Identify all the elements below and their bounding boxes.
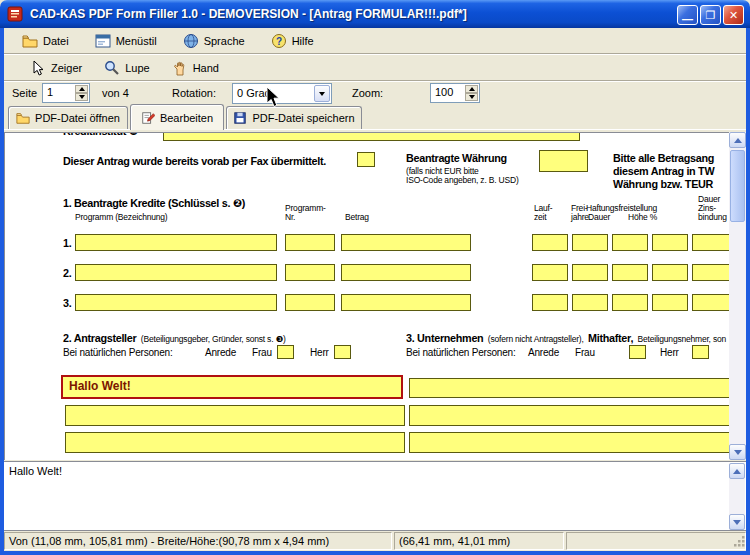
form-field[interactable] xyxy=(341,264,471,281)
status-cursor: (66,41 mm, 41,01 mm) xyxy=(394,532,564,550)
menu-hilfe[interactable]: ? Hilfe xyxy=(265,31,320,51)
menu-datei[interactable]: Datei xyxy=(16,31,75,51)
zoom-label: Zoom: xyxy=(352,87,383,99)
edit-icon xyxy=(141,111,155,125)
menu-bar: Datei Menüstil Sprache ? Hilfe xyxy=(4,28,746,53)
amount-note: Währung bzw. TEUR xyxy=(613,178,713,190)
hand-icon xyxy=(172,60,188,76)
anrede-label: Anrede xyxy=(528,347,559,358)
scroll-down-icon[interactable] xyxy=(729,514,745,530)
frau-checkbox[interactable] xyxy=(277,345,294,359)
tab-pdf-speichern[interactable]: PDF-Datei speichern xyxy=(226,106,362,129)
form-field[interactable] xyxy=(692,234,729,251)
form-field[interactable] xyxy=(409,378,729,398)
chevron-down-icon[interactable] xyxy=(314,85,330,102)
herr-checkbox[interactable] xyxy=(334,345,351,359)
form-field[interactable] xyxy=(532,234,568,251)
form-field[interactable] xyxy=(409,432,729,453)
document-scrollbar[interactable] xyxy=(729,132,746,460)
frau-label: Frau xyxy=(252,347,272,358)
spin-down-icon[interactable] xyxy=(465,93,478,101)
herr-checkbox[interactable] xyxy=(692,345,709,359)
form-field[interactable] xyxy=(612,294,648,311)
zoom-spinner[interactable] xyxy=(465,85,478,101)
globe-icon xyxy=(183,33,199,49)
spin-up-icon[interactable] xyxy=(75,85,88,93)
form-field[interactable] xyxy=(572,294,608,311)
row-number: 3. xyxy=(63,297,71,309)
document-page: Kreditinstitut ❷ Dieser Antrag wurde ber… xyxy=(4,132,729,460)
status-bar: Von (11,08 mm, 105,81 mm) - Breite/Höhe:… xyxy=(4,532,746,551)
form-field[interactable] xyxy=(285,234,335,251)
zoom-input[interactable]: 100 xyxy=(430,83,480,103)
menu-menuestil[interactable]: Menüstil xyxy=(89,31,163,51)
form-field[interactable] xyxy=(612,264,648,281)
form-field[interactable] xyxy=(75,234,277,251)
spin-up-icon[interactable] xyxy=(465,85,478,93)
row-number: 1. xyxy=(63,237,71,249)
app-window: CAD-KAS PDF Form Filler 1.0 - DEMOVERSIO… xyxy=(0,0,750,555)
form-field[interactable] xyxy=(572,264,608,281)
folder-icon xyxy=(22,33,38,49)
fax-checkbox[interactable] xyxy=(357,152,375,167)
von-label: von 4 xyxy=(102,87,129,99)
scrollbar-thumb[interactable] xyxy=(730,150,745,222)
menu-sprache[interactable]: Sprache xyxy=(177,31,251,51)
seite-label: Seite xyxy=(12,87,37,99)
field-text-editor[interactable]: Hallo Welt! xyxy=(4,461,746,531)
tab-pane-edge xyxy=(4,129,746,130)
page-spinner[interactable] xyxy=(75,85,88,101)
col-freijahre: jahre xyxy=(571,212,589,222)
form-field[interactable] xyxy=(572,234,608,251)
form-field[interactable] xyxy=(612,234,648,251)
scroll-up-icon[interactable] xyxy=(729,132,746,148)
scroll-up-icon[interactable] xyxy=(729,463,745,479)
tab-pdf-oeffnen[interactable]: PDF-Datei öffnen xyxy=(8,106,128,129)
spin-down-icon[interactable] xyxy=(75,93,88,101)
close-button[interactable]: ✕ xyxy=(723,5,744,25)
rotation-select[interactable]: 0 Grad xyxy=(232,83,332,104)
form-field[interactable] xyxy=(285,264,335,281)
persons-label: Bei natürlichen Personen: xyxy=(406,347,516,358)
window-border xyxy=(0,28,4,555)
herr-label: Herr xyxy=(660,347,679,358)
tool-hand[interactable]: Hand xyxy=(172,60,219,76)
form-field[interactable] xyxy=(163,132,580,141)
scroll-down-icon[interactable] xyxy=(729,444,746,460)
tab-bearbeiten[interactable]: Bearbeiten xyxy=(130,104,224,130)
form-field[interactable] xyxy=(341,234,471,251)
app-icon[interactable] xyxy=(7,6,23,22)
page-number-input[interactable]: 1 xyxy=(42,83,90,103)
window-title: CAD-KAS PDF Form Filler 1.0 - DEMOVERSIO… xyxy=(30,0,467,28)
form-field[interactable] xyxy=(75,264,277,281)
maximize-button[interactable]: ❐ xyxy=(700,5,721,25)
window-border xyxy=(0,551,750,555)
form-field[interactable] xyxy=(532,294,568,311)
form-field[interactable] xyxy=(692,294,729,311)
frau-checkbox[interactable] xyxy=(629,345,646,359)
form-field[interactable] xyxy=(65,432,405,453)
tool-lupe[interactable]: Lupe xyxy=(104,60,149,76)
tool-zeiger[interactable]: Zeiger xyxy=(30,60,82,76)
rotation-label: Rotation: xyxy=(172,87,216,99)
editor-text: Hallo Welt! xyxy=(9,465,62,477)
form-field[interactable] xyxy=(652,264,688,281)
form-field[interactable] xyxy=(65,405,405,426)
resize-grip[interactable] xyxy=(733,535,746,548)
minimize-button[interactable]: — xyxy=(677,5,698,25)
form-field[interactable] xyxy=(652,294,688,311)
amount-note: Bitte alle Betragsang xyxy=(613,152,714,164)
currency-field[interactable] xyxy=(539,150,588,172)
form-field[interactable] xyxy=(409,405,729,426)
col-laufzeit: zeit xyxy=(534,212,546,222)
form-field[interactable] xyxy=(692,264,729,281)
form-field[interactable] xyxy=(652,234,688,251)
form-field[interactable] xyxy=(341,294,471,311)
section3-title-line: 3. Unternehmen (sofern nicht Antragstell… xyxy=(406,328,729,346)
form-field[interactable] xyxy=(75,294,277,311)
form-field[interactable] xyxy=(532,264,568,281)
editor-scrollbar[interactable] xyxy=(729,463,745,530)
selected-form-field[interactable]: Hallo Welt! xyxy=(61,375,403,399)
form-field[interactable] xyxy=(285,294,335,311)
persons-label: Bei natürlichen Personen: xyxy=(63,347,173,358)
